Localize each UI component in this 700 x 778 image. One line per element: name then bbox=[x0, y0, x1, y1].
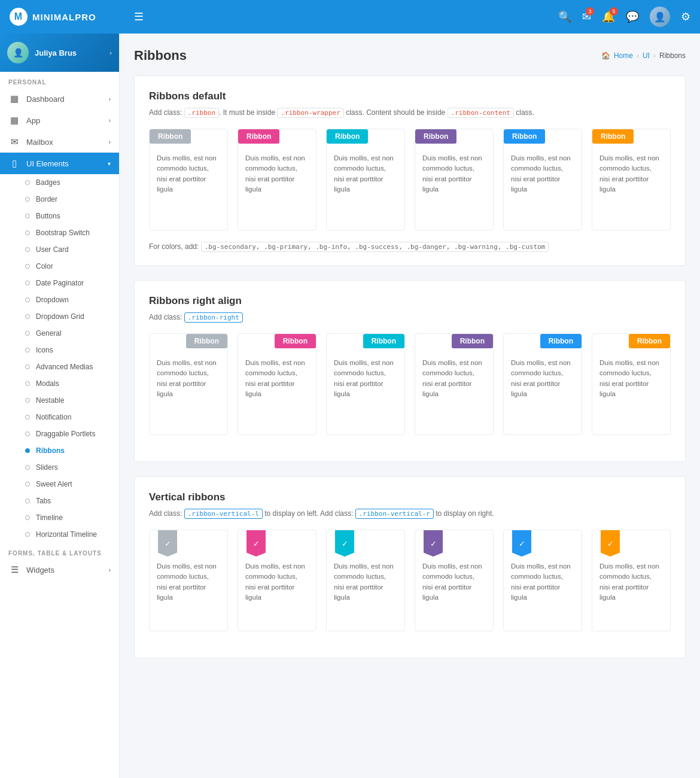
ribbon-content-code: .ribbon-content bbox=[448, 108, 514, 118]
avatar[interactable]: 👤 bbox=[650, 7, 670, 27]
sidebar-item-general[interactable]: General bbox=[17, 325, 119, 342]
ribbons-default-card: Ribbons default Add class: .ribbon. It m… bbox=[134, 75, 686, 266]
dot-icon bbox=[25, 431, 30, 436]
bell-icon[interactable]: 🔔 5 bbox=[602, 10, 615, 23]
breadcrumb-sep2: › bbox=[653, 51, 656, 60]
sidebar-item-modals[interactable]: Modals bbox=[17, 375, 119, 392]
ribbons-right-grid: Ribbon Duis mollis, est non commodo luct… bbox=[149, 333, 671, 435]
dot-icon bbox=[25, 482, 30, 487]
sidebar-item-horizontal-timeline[interactable]: Horizontal Timeline bbox=[17, 526, 119, 543]
sidebar-item-widgets[interactable]: ☰ Widgets › bbox=[0, 559, 119, 581]
sidebar-sub-ui: Badges Border Buttons Bootstrap Switch U… bbox=[0, 174, 119, 543]
sub-label: General bbox=[36, 329, 62, 338]
sidebar-item-ui-elements[interactable]: ▯ UI Elements ▾ bbox=[0, 153, 119, 174]
sidebar-item-label: App bbox=[26, 116, 103, 125]
ribbon-vert-card-gray: ✓ Duis mollis, est non commodo luctus, n… bbox=[149, 530, 228, 631]
app-chevron: › bbox=[109, 117, 111, 124]
sub-label: Nestable bbox=[36, 396, 64, 405]
search-icon[interactable]: 🔍 bbox=[558, 10, 571, 23]
sidebar-item-bootstrap-switch[interactable]: Bootstrap Switch bbox=[17, 224, 119, 241]
mail-icon[interactable]: ✉ 3 bbox=[582, 10, 591, 23]
sub-label: Advanced Medias bbox=[36, 363, 93, 371]
dot-icon bbox=[25, 415, 30, 420]
sub-label: Date Paginator bbox=[36, 279, 84, 287]
sidebar-item-buttons[interactable]: Buttons bbox=[17, 208, 119, 224]
sidebar-item-dropdown[interactable]: Dropdown bbox=[17, 291, 119, 308]
sidebar-item-date-paginator[interactable]: Date Paginator bbox=[17, 275, 119, 291]
ribbons-right-title: Ribbons right align bbox=[149, 295, 671, 307]
ribbon-right-card-teal: Ribbon Duis mollis, est non commodo luct… bbox=[326, 333, 405, 435]
sub-label: Border bbox=[36, 195, 57, 203]
widgets-chevron: › bbox=[109, 567, 111, 573]
sidebar-item-color[interactable]: Color bbox=[17, 258, 119, 275]
dot-icon bbox=[25, 448, 30, 453]
sub-label: Bootstrap Switch bbox=[36, 229, 90, 237]
dashboard-icon: ▦ bbox=[8, 93, 20, 104]
dot-icon bbox=[25, 247, 30, 252]
breadcrumb-ui[interactable]: UI bbox=[643, 51, 650, 60]
dot-icon bbox=[25, 515, 30, 520]
breadcrumb: 🏠 Home › UI › Ribbons bbox=[601, 51, 686, 60]
sidebar-item-timeline[interactable]: Timeline bbox=[17, 509, 119, 526]
sub-label: Color bbox=[36, 262, 53, 271]
sidebar-item-nestable[interactable]: Nestable bbox=[17, 392, 119, 409]
ribbons-right-card: Ribbons right align Add class: .ribbon-r… bbox=[134, 280, 686, 462]
ribbon-right-card-orange: Ribbon Duis mollis, est non commodo luct… bbox=[592, 333, 671, 435]
right-desc-prefix: Add class: bbox=[149, 313, 184, 321]
sidebar-item-dashboard[interactable]: ▦ Dashboard › bbox=[0, 88, 119, 110]
bell-badge: 5 bbox=[610, 7, 618, 16]
sidebar-item-ribbons[interactable]: Ribbons bbox=[17, 442, 119, 459]
chat-icon[interactable]: 💬 bbox=[626, 10, 639, 23]
breadcrumb-home[interactable]: Home bbox=[614, 51, 633, 60]
ribbon-right-tag-teal: Ribbon bbox=[363, 334, 404, 348]
hamburger-icon[interactable]: ☰ bbox=[134, 10, 144, 23]
ribbon-right-card-purple: Ribbon Duis mollis, est non commodo luct… bbox=[415, 333, 494, 435]
sub-label: User Card bbox=[36, 245, 69, 254]
topnav: M MINIMALPRO ☰ 🔍 ✉ 3 🔔 5 💬 👤 ⚙ bbox=[0, 0, 700, 34]
ribbon-card-teal: Ribbon Duis mollis, est non commodo luct… bbox=[326, 129, 405, 230]
sidebar-item-border[interactable]: Border bbox=[17, 191, 119, 208]
ribbon-tag-purple: Ribbon bbox=[415, 129, 456, 144]
sidebar-item-mailbox[interactable]: ✉ Mailbox › bbox=[0, 131, 119, 153]
sidebar-item-tabs[interactable]: Tabs bbox=[17, 493, 119, 509]
dashboard-chevron: › bbox=[109, 96, 111, 102]
dot-icon bbox=[25, 297, 30, 302]
sidebar-item-badges[interactable]: Badges bbox=[17, 174, 119, 191]
ui-elements-icon: ▯ bbox=[8, 158, 20, 169]
dot-icon bbox=[25, 398, 30, 403]
sidebar-item-sliders[interactable]: Sliders bbox=[17, 459, 119, 476]
mailbox-icon: ✉ bbox=[8, 136, 20, 147]
dot-icon bbox=[25, 381, 30, 386]
dot-icon bbox=[25, 281, 30, 285]
sidebar-user[interactable]: 👤 Juliya Brus › bbox=[0, 34, 119, 72]
gear-icon[interactable]: ⚙ bbox=[681, 10, 690, 23]
vert-desc-prefix: Add class: bbox=[149, 509, 184, 518]
brand: M MINIMALPRO bbox=[10, 8, 129, 26]
desc-suffix: class. bbox=[514, 108, 534, 117]
sidebar-item-notification[interactable]: Notification bbox=[17, 409, 119, 426]
sidebar-item-dropdown-grid[interactable]: Dropdown Grid bbox=[17, 308, 119, 325]
ribbons-vertical-grid: ✓ Duis mollis, est non commodo luctus, n… bbox=[149, 530, 671, 631]
dot-icon bbox=[25, 348, 30, 352]
ribbon-right-code: .ribbon-right bbox=[184, 312, 243, 323]
desc-mid1: . It must be inside bbox=[219, 108, 277, 117]
breadcrumb-current: Ribbons bbox=[659, 51, 686, 60]
sidebar-item-user-card[interactable]: User Card bbox=[17, 241, 119, 258]
ribbons-default-desc: Add class: .ribbon. It must be inside .r… bbox=[149, 108, 671, 117]
sidebar-item-draggable-portlets[interactable]: Draggable Portlets bbox=[17, 426, 119, 442]
page-title: Ribbons bbox=[134, 48, 187, 63]
sub-label: Modals bbox=[36, 379, 59, 388]
sidebar-item-label: Widgets bbox=[26, 566, 103, 575]
sidebar-item-icons[interactable]: Icons bbox=[17, 342, 119, 358]
sidebar-item-advanced-medias[interactable]: Advanced Medias bbox=[17, 358, 119, 375]
sidebar-item-app[interactable]: ▦ App › bbox=[0, 110, 119, 131]
ribbon-tag-teal: Ribbon bbox=[327, 129, 368, 144]
sidebar-item-sweet-alert[interactable]: Sweet Alert bbox=[17, 476, 119, 493]
section-forms-label: FORMS, TABLE & LAYOUTS bbox=[0, 543, 119, 559]
sub-label: Icons bbox=[36, 346, 53, 354]
sub-label: Buttons bbox=[36, 212, 60, 220]
ribbon-vert-card-blue: ✓ Duis mollis, est non commodo luctus, n… bbox=[503, 530, 582, 631]
sub-label: Horizontal Timeline bbox=[36, 530, 97, 539]
ribbon-tag-orange: Ribbon bbox=[592, 129, 634, 144]
ribbon-class-code: .ribbon bbox=[184, 108, 219, 118]
